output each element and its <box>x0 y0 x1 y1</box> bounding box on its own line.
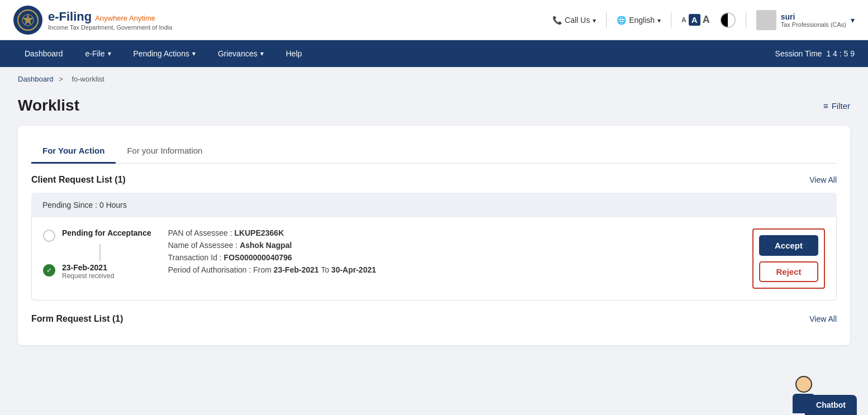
nav-dashboard[interactable]: Dashboard <box>13 41 74 66</box>
period-row: Period of Authorisation : From 23-Feb-20… <box>168 265 736 274</box>
efiling-label: e-Filing Anywhere Anytime <box>48 9 172 24</box>
breadcrumb: Dashboard > fo-worklist <box>0 67 868 91</box>
nav-bar: Dashboard e-File Pending Actions Grievan… <box>0 40 868 67</box>
user-role: Tax Professionals (CAs) <box>781 21 846 28</box>
form-request-title: Form Request List (1) <box>31 314 123 324</box>
user-section: suri Tax Professionals (CAs) ▾ <box>756 10 855 30</box>
logo-emblem <box>13 6 42 35</box>
breadcrumb-home[interactable]: Dashboard <box>18 75 54 83</box>
logo-area: e-Filing Anywhere Anytime Income Tax Dep… <box>13 6 172 35</box>
user-chevron-icon[interactable]: ▾ <box>851 16 855 25</box>
main-card: For Your Action For your Information Cli… <box>18 126 850 345</box>
timeline-connector <box>99 244 101 261</box>
tab-for-your-action[interactable]: For Your Action <box>31 139 116 164</box>
pending-since-box: Pending Since : 0 Hours <box>31 193 837 217</box>
logo-subtitle: Income Tax Department, Government of Ind… <box>48 24 172 31</box>
step1-circle <box>43 230 55 242</box>
step2-subtitle: Request received <box>62 272 114 280</box>
name-row: Name of Assessee : Ashok Nagpal <box>168 241 736 250</box>
main-content: Worklist ≡ Filter For Your Action For yo… <box>0 91 868 363</box>
step2-content: 23-Feb-2021 Request received <box>62 263 114 280</box>
txn-row: Transaction Id : FOS000000040796 <box>168 253 736 262</box>
call-chevron-icon <box>593 16 596 25</box>
globe-icon: 🌐 <box>617 16 626 25</box>
font-small-button[interactable]: A <box>681 16 686 24</box>
pan-row: PAN of Assessee : LKUPE2366K <box>168 228 736 237</box>
divider3 <box>746 12 746 28</box>
form-request-header-row: Form Request List (1) View All <box>31 314 837 324</box>
details-section: PAN of Assessee : LKUPE2366K Name of Ass… <box>163 228 741 278</box>
breadcrumb-separator: > <box>59 75 63 83</box>
tabs: For Your Action For your Information <box>31 139 837 164</box>
tab-for-your-information[interactable]: For your Information <box>116 139 213 164</box>
client-request-title: Client Request List (1) <box>31 175 126 185</box>
step2-date: 23-Feb-2021 <box>62 263 114 272</box>
font-large-button[interactable]: A <box>703 14 710 26</box>
logo-text: e-Filing Anywhere Anytime Income Tax Dep… <box>48 9 172 31</box>
divider <box>606 12 607 28</box>
form-view-all[interactable]: View All <box>809 314 837 323</box>
step2-circle: ✓ <box>43 264 55 276</box>
page-title: Worklist <box>18 97 79 115</box>
nav-grievances[interactable]: Grievances <box>207 41 275 66</box>
call-us-button[interactable]: 📞 Call Us <box>552 16 596 25</box>
timeline-section: Pending for Acceptance ✓ 23-Feb-2021 Req… <box>43 228 151 280</box>
user-info: suri Tax Professionals (CAs) <box>781 12 846 28</box>
step1-content: Pending for Acceptance <box>62 228 151 237</box>
lang-chevron-icon <box>657 16 661 25</box>
reject-button[interactable]: Reject <box>759 261 818 282</box>
form-request-section: Form Request List (1) View All <box>31 314 837 324</box>
request-item: Pending for Acceptance ✓ 23-Feb-2021 Req… <box>31 217 837 300</box>
client-request-header: Client Request List (1) View All <box>31 175 837 185</box>
client-view-all[interactable]: View All <box>809 175 837 184</box>
filter-icon: ≡ <box>823 101 828 111</box>
nav-pending-actions[interactable]: Pending Actions <box>122 41 207 66</box>
header-controls: 📞 Call Us 🌐 English A A A suri Tax Profe… <box>552 10 855 30</box>
filter-button[interactable]: ≡ Filter <box>823 101 850 111</box>
action-section: Accept Reject <box>752 228 825 289</box>
breadcrumb-current: fo-worklist <box>71 75 104 83</box>
accept-button[interactable]: Accept <box>759 235 818 256</box>
client-request-section: Client Request List (1) View All Pending… <box>31 175 837 300</box>
nav-efile[interactable]: e-File <box>74 41 122 66</box>
step1-title: Pending for Acceptance <box>62 228 151 237</box>
avatar <box>756 10 776 30</box>
language-button[interactable]: 🌐 English <box>617 16 661 25</box>
step2: ✓ 23-Feb-2021 Request received <box>43 263 151 280</box>
nav-items: Dashboard e-File Pending Actions Grievan… <box>13 41 775 66</box>
divider2 <box>671 12 671 28</box>
nav-help[interactable]: Help <box>275 41 313 66</box>
top-header: e-Filing Anywhere Anytime Income Tax Dep… <box>0 0 868 40</box>
phone-icon: 📞 <box>552 16 562 25</box>
session-time: Session Time 1 4 : 5 9 <box>775 49 855 58</box>
user-name: suri <box>781 12 846 21</box>
font-medium-button[interactable]: A <box>689 14 700 26</box>
font-controls: A A A <box>681 14 710 26</box>
page-header-row: Worklist ≡ Filter <box>18 97 850 115</box>
contrast-button[interactable] <box>720 12 736 28</box>
step1: Pending for Acceptance <box>43 228 151 242</box>
